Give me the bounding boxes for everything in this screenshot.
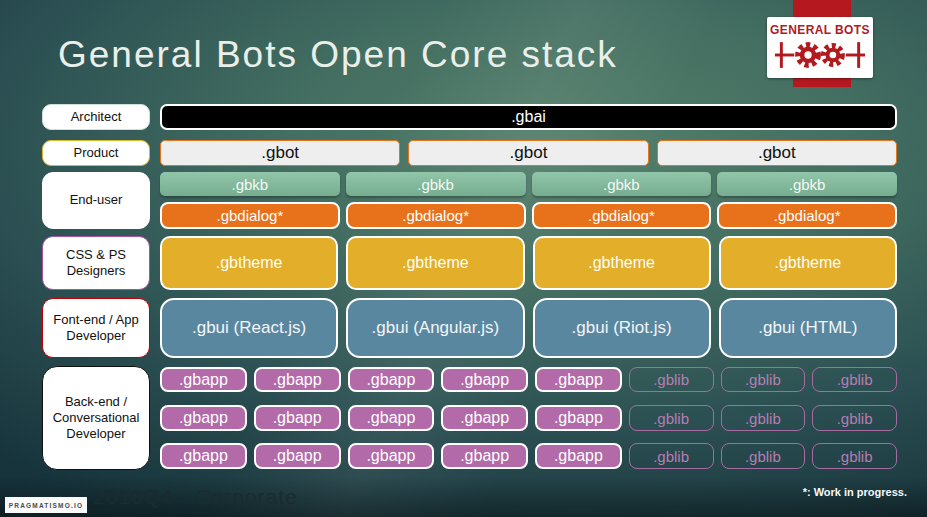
gbapp-box: .gbapp [160,443,247,469]
layer-box-gbai: .gbai [160,104,897,130]
role-label-backend: Back-end / Conversational Developer [42,366,150,470]
gbapp-box: .gbapp [160,405,247,431]
gbot-box: .gbot [657,140,897,166]
gbtheme-box: .gbtheme [160,236,338,290]
gbui-box: .gbui (React.js) [160,298,338,358]
gbapp-box: .gbapp [441,443,528,469]
gbdialog-box: .gbdialog* [160,202,340,229]
gblib-box: .gblib [812,443,897,469]
gblib-box: .gblib [721,367,806,392]
gbdialog-box: .gbdialog* [532,202,712,229]
gbkb-box: .gbkb [717,172,897,196]
gblib-box: .gblib [812,367,897,392]
gbapp-box: .gbapp [535,405,622,431]
footer-brand-badge: PRAGMATISMO.IO [5,497,87,513]
gbtheme-box: .gbtheme [346,236,524,290]
gbtheme-box: .gbtheme [719,236,897,290]
gbapp-box: .gbapp [348,367,435,392]
gblib-box: .gblib [629,443,714,469]
gbapp-box: .gbapp [254,367,341,392]
gbui-box: .gbui (Riot.js) [533,298,711,358]
gblib-box: .gblib [812,405,897,431]
gblib-box: .gblib [629,405,714,431]
gbapp-box: .gbapp [535,443,622,469]
gbui-box: .gbui (Angular.js) [346,298,524,358]
gblib-box: .gblib [721,405,806,431]
gbdialog-box: .gbdialog* [717,202,897,229]
gbapp-box: .gbapp [160,367,247,392]
gbkb-box: .gbkb [346,172,526,196]
gbui-box: .gbui (HTML) [719,298,897,358]
gbkb-box: .gbkb [160,172,340,196]
gbapp-box: .gbapp [348,405,435,431]
role-label-product: Product [42,140,150,166]
role-label-designers: CSS & PS Designers [42,236,150,290]
gbkb-box: .gbkb [532,172,712,196]
gbapp-box: .gbapp [441,405,528,431]
gbot-box: .gbot [160,140,400,166]
footer-edition: 2018Q4 - Corporate [93,485,298,509]
role-label-architect: Architect [42,104,150,130]
gbapp-box: .gbapp [535,367,622,392]
gbapp-box: .gbapp [441,367,528,392]
footer-note: *: Work in progress. [803,486,907,498]
role-label-end-user: End-user [42,172,150,229]
logo-brand-text: GENERAL BOTS [770,24,870,36]
gbdialog-box: .gbdialog* [346,202,526,229]
gblib-box: .gblib [721,443,806,469]
gblib-box: .gblib [629,367,714,392]
gbapp-box: .gbapp [254,405,341,431]
gbtheme-box: .gbtheme [533,236,711,290]
gbapp-box: .gbapp [348,443,435,469]
gbapp-box: .gbapp [254,443,341,469]
gears-icon [774,36,866,74]
slide-canvas: General Bots Open Core stack GENERAL BOT… [0,0,927,517]
page-title: General Bots Open Core stack [58,34,618,76]
role-label-frontend: Font-end / App Developer [42,298,150,358]
gbot-box: .gbot [408,140,648,166]
brand-logo: GENERAL BOTS [767,17,873,78]
